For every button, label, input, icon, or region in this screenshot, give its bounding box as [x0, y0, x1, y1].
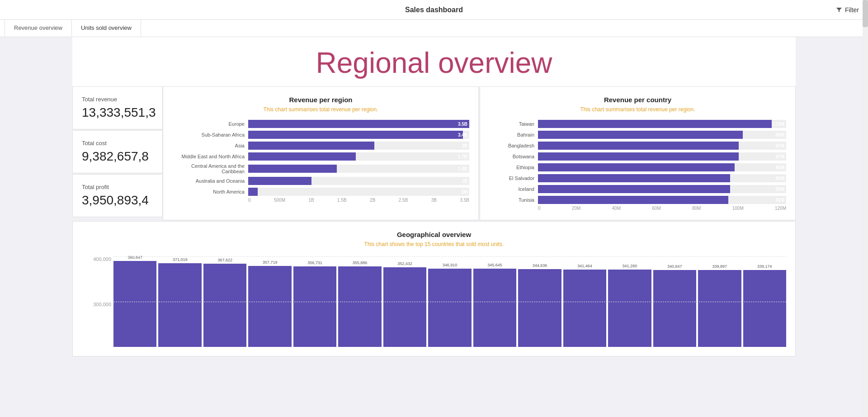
geo-bar-col: 367,622 — [203, 258, 246, 347]
revenue-per-country-chart: Taiwan 113M Bahrain 99M Bangladesh 97M B… — [489, 120, 786, 204]
region-bar-fill: 1.4B — [248, 165, 337, 173]
geo-bar-num: 339,174 — [757, 264, 772, 269]
y-label-400k: 400,000 — [82, 256, 111, 262]
country-bar-value: 99M — [776, 133, 784, 137]
country-bar-fill: 92M — [538, 196, 728, 204]
country-bar-fill: 93M — [538, 174, 730, 182]
geo-title: Geographical overview — [82, 231, 786, 238]
region-x-label: 500M — [274, 198, 285, 203]
region-bar-track: 1B — [248, 177, 469, 185]
tab-revenue[interactable]: Revenue overview — [5, 20, 72, 37]
country-x-label: 20M — [572, 206, 580, 211]
region-x-label: 2.5B — [399, 198, 408, 203]
region-x-label: 3.5B — [460, 198, 469, 203]
region-bar-track: 5M — [248, 188, 469, 196]
country-bar-row: Bangladesh 97M — [489, 142, 786, 150]
y-label-300k: 300,000 — [82, 302, 111, 307]
region-bar-fill: 3.5B — [248, 120, 469, 128]
country-bar-label: Ethiopia — [489, 165, 534, 170]
geo-bar-col: 357,719 — [248, 260, 291, 347]
country-bar-fill: 97M — [538, 142, 739, 150]
region-bar-track: 1.4B — [248, 165, 469, 173]
region-x-label: 0 — [248, 198, 251, 203]
geo-bar-fill — [473, 269, 516, 347]
region-bar-track: 2B — [248, 142, 469, 150]
geo-bar-num: 352,432 — [397, 261, 412, 266]
geo-bar-num: 380,647 — [127, 255, 142, 260]
geo-bar-fill — [113, 261, 156, 347]
scrollbar-thumb[interactable] — [863, 0, 868, 27]
country-bar-track: 92M — [538, 196, 786, 204]
total-cost-value: 9,382,657,8 — [82, 149, 153, 164]
country-bar-fill: 95M — [538, 163, 735, 171]
gridline-top — [113, 256, 786, 257]
filter-label: Filter — [845, 6, 859, 14]
geo-bar-fill — [158, 263, 201, 347]
country-bar-track: 99M — [538, 131, 786, 139]
country-bar-row: Bahrain 99M — [489, 131, 786, 139]
total-cost-card: Total cost 9,382,657,8 — [72, 130, 163, 173]
filter-button[interactable]: Filter — [836, 6, 859, 14]
geo-bar-col: 341,260 — [608, 264, 651, 347]
geo-bar-col: 339,174 — [743, 264, 786, 347]
top-bar: Sales dashboard Filter — [0, 0, 868, 20]
country-bar-label: El Salvador — [489, 175, 534, 181]
region-x-label: 2B — [370, 198, 375, 203]
country-bar-row: Taiwan 113M — [489, 120, 786, 128]
geo-bar-col: 380,647 — [113, 255, 156, 347]
revenue-per-region-title: Revenue per region — [172, 96, 469, 104]
country-bar-value: 93M — [776, 187, 784, 192]
region-bar-fill: 1B — [248, 177, 311, 185]
region-x-axis: 0500M1B1.5B2B2.5B3B3.5B — [172, 198, 469, 203]
revenue-per-country-subtitle: This chart summarises total revenue per … — [489, 106, 786, 113]
geo-bar-fill — [518, 269, 561, 347]
country-x-label: 100M — [732, 206, 744, 211]
tab-units[interactable]: Units sold overview — [72, 20, 141, 37]
region-bar-label: Europe — [172, 121, 245, 127]
geo-bar-num: 344,636 — [533, 263, 547, 268]
country-bar-label: Tunisia — [489, 197, 534, 203]
geo-bar-fill — [608, 270, 651, 347]
geo-bar-num: 345,645 — [487, 263, 502, 267]
country-bar-value: 97M — [776, 143, 784, 148]
region-bar-fill: 5M — [248, 188, 258, 196]
country-bar-track: 97M — [538, 152, 786, 161]
total-cost-label: Total cost — [82, 140, 153, 147]
region-bar-label: Australia and Oceania — [172, 178, 245, 184]
geo-bar-fill — [428, 269, 471, 347]
region-bar-row: Europe 3.5B — [172, 120, 469, 128]
region-bar-row: North America 5M — [172, 188, 469, 196]
region-x-label: 1B — [308, 198, 314, 203]
region-bar-value: 3.5B — [458, 122, 467, 127]
country-bar-track: 93M — [538, 174, 786, 182]
region-x-label: 3B — [431, 198, 437, 203]
geo-bar-fill — [698, 270, 741, 347]
scrollbar-track[interactable] — [863, 0, 868, 356]
revenue-per-region-card: Revenue per region This chart summarises… — [163, 86, 479, 220]
region-bar-value: 5M — [461, 190, 467, 194]
geo-bar-num: 341,464 — [577, 264, 592, 268]
geo-bar-col: 355,886 — [338, 261, 381, 347]
country-bar-label: Bangladesh — [489, 143, 534, 148]
geo-bar-col: 345,645 — [473, 263, 516, 347]
region-bar-label: Sub-Saharan Africa — [172, 132, 245, 137]
country-bar-fill: 113M — [538, 120, 772, 128]
geo-bar-fill — [653, 270, 696, 347]
regional-title: Regional overview — [72, 46, 796, 80]
region-bar-label: Asia — [172, 143, 245, 148]
country-bar-value: 93M — [776, 176, 784, 181]
total-profit-value: 3,950,893,4 — [82, 193, 153, 208]
region-bar-value: 1.7B — [458, 154, 467, 159]
revenue-per-region-subtitle: This chart summarises total revenue per … — [172, 106, 469, 113]
country-bar-row: El Salvador 93M — [489, 174, 786, 182]
region-bar-row: Asia 2B — [172, 142, 469, 150]
region-bar-track: 3.5B — [248, 120, 469, 128]
filter-icon — [836, 7, 842, 13]
geo-bar-fill — [293, 266, 336, 347]
geo-bar-col: 344,636 — [518, 263, 561, 347]
geo-bar-num: 346,910 — [443, 263, 458, 267]
country-bar-label: Bahrain — [489, 132, 534, 137]
geo-bar-num: 356,731 — [307, 261, 322, 265]
region-bar-value: 3.4B — [458, 133, 467, 137]
geo-chart-area: 400,000 300,000 380,647 371,019 367,622 … — [82, 256, 786, 347]
